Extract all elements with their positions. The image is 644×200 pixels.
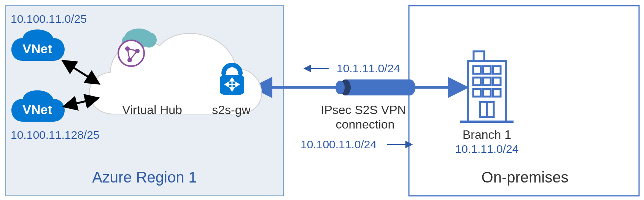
svg-rect-33 bbox=[473, 89, 481, 97]
svg-point-2 bbox=[142, 32, 157, 48]
svg-rect-32 bbox=[493, 78, 501, 85]
connection-type: IPsec S2S VPN connection bbox=[321, 103, 410, 131]
network-diagram: Virtual Hub s2s-gw 10.100.11.0/25 VNet V… bbox=[0, 0, 644, 200]
inbound-cidr: 10.1.11.0/24 bbox=[337, 62, 400, 75]
svg-point-3 bbox=[118, 40, 144, 66]
azure-region-label: Azure Region 1 bbox=[92, 169, 197, 186]
svg-rect-19 bbox=[345, 79, 410, 95]
vnet-top-cidr: 10.100.11.0/25 bbox=[11, 13, 87, 25]
conn-line2: connection bbox=[336, 117, 395, 131]
svg-rect-27 bbox=[473, 66, 481, 74]
virtual-hub-label: Virtual Hub bbox=[122, 103, 182, 117]
inbound-route: 10.1.11.0/24 bbox=[304, 62, 400, 75]
svg-rect-26 bbox=[474, 51, 484, 61]
svg-rect-28 bbox=[483, 66, 491, 74]
outbound-cidr: 10.100.11.0/24 bbox=[301, 138, 377, 151]
svg-rect-31 bbox=[483, 78, 491, 85]
svg-rect-35 bbox=[493, 89, 501, 97]
outbound-route: 10.100.11.0/24 bbox=[301, 138, 412, 151]
svg-rect-34 bbox=[483, 89, 491, 97]
vnet-bottom-label: VNet bbox=[22, 102, 52, 117]
vnet-top-label: VNet bbox=[22, 41, 52, 56]
onprem-region-label: On-premises bbox=[482, 169, 569, 186]
branch-building-icon bbox=[460, 51, 514, 122]
svg-point-20 bbox=[405, 79, 415, 95]
svg-rect-29 bbox=[493, 66, 501, 74]
network-globe-icon bbox=[118, 40, 144, 66]
svg-point-22 bbox=[336, 81, 345, 94]
branch-cidr: 10.1.11.0/24 bbox=[455, 143, 519, 155]
vpn-tunnel-icon bbox=[336, 79, 415, 95]
gateway-label: s2s-gw bbox=[212, 103, 251, 117]
svg-rect-30 bbox=[473, 78, 481, 85]
vnet-bottom-cidr: 10.100.11.128/25 bbox=[11, 129, 100, 141]
onprem-region-box bbox=[409, 6, 639, 196]
conn-line1: IPsec S2S VPN bbox=[321, 103, 406, 117]
branch-label: Branch 1 bbox=[463, 128, 511, 141]
